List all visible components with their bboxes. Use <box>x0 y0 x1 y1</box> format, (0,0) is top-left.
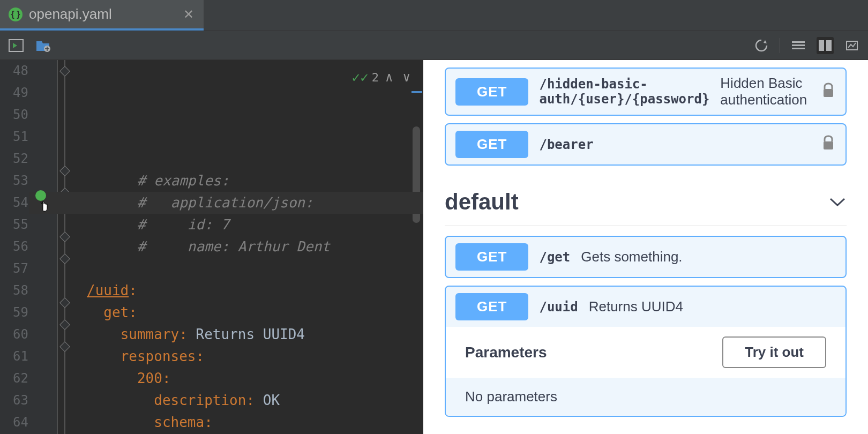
pointer-cursor-icon <box>40 198 51 212</box>
method-badge: GET <box>455 293 528 320</box>
line-number: 57 <box>0 258 57 280</box>
op-path: /hidden-basic-auth/{user}/{password} <box>539 77 709 107</box>
opblock[interactable]: GET/getGets something. <box>445 236 847 278</box>
line-number: 55 <box>0 214 57 236</box>
chevron-down-icon <box>828 193 847 211</box>
split-view-button[interactable] <box>817 37 834 54</box>
svg-rect-4 <box>792 48 805 49</box>
op-path: /get <box>539 250 570 265</box>
refresh-icon[interactable] <box>753 37 770 54</box>
opblock[interactable]: GET/hidden-basic-auth/{user}/{password}H… <box>445 68 847 116</box>
opblock-summary[interactable]: GET/hidden-basic-auth/{user}/{password}H… <box>446 69 845 115</box>
no-parameters-text: No parameters <box>446 378 845 416</box>
tag-section-header[interactable]: default <box>445 173 847 226</box>
code-line[interactable]: summary: Returns UUID4 <box>87 324 423 346</box>
editor-view-button[interactable] <box>790 37 807 54</box>
svg-rect-7 <box>824 89 833 97</box>
editor-gutter: 4849505152535455565758596061626364 <box>0 60 58 434</box>
svg-rect-8 <box>824 141 833 149</box>
code-line[interactable]: 200: <box>87 368 423 390</box>
preview-view-button[interactable] <box>843 37 860 54</box>
code-line[interactable]: # id: 7 <box>87 214 423 236</box>
line-number: 53 <box>0 170 57 192</box>
opblock-summary[interactable]: GET/uuidReturns UUID4 <box>446 287 845 327</box>
openapi-file-icon: { } <box>9 8 23 21</box>
tag-name: default <box>445 189 519 215</box>
parameters-bar: ParametersTry it out <box>446 327 845 378</box>
method-badge: GET <box>455 243 528 271</box>
line-number: 61 <box>0 346 57 368</box>
editor-tab[interactable]: { } openapi.yaml ✕ <box>0 0 204 31</box>
code-line[interactable]: responses: <box>87 346 423 368</box>
line-number: 51 <box>0 126 57 148</box>
line-number: 64 <box>0 411 57 433</box>
opblock-summary[interactable]: GET/bearer <box>446 124 845 164</box>
op-description: Hidden Basic authentication <box>720 75 810 108</box>
method-badge: GET <box>455 78 528 106</box>
op-path: /uuid <box>539 300 578 315</box>
parameters-label: Parameters <box>465 344 547 361</box>
tab-bar: { } openapi.yaml ✕ <box>0 0 868 31</box>
svg-rect-5 <box>819 40 824 51</box>
opblock-summary[interactable]: GET/getGets something. <box>446 237 845 277</box>
code-line[interactable]: # application/json: <box>87 192 423 214</box>
op-path: /bearer <box>539 137 593 152</box>
code-line[interactable]: get: <box>87 302 423 324</box>
swagger-preview: GET/hidden-basic-auth/{user}/{password}H… <box>423 60 868 434</box>
line-number: 50 <box>0 104 57 126</box>
generate-button[interactable] <box>34 37 51 54</box>
line-number: 63 <box>0 390 57 411</box>
try-it-out-button[interactable]: Try it out <box>722 336 826 368</box>
op-description: Gets something. <box>581 249 682 265</box>
code-editor[interactable]: 4849505152535455565758596061626364 ✓✓ 2 … <box>0 60 423 434</box>
op-description: Returns UUID4 <box>589 298 683 315</box>
line-number: 49 <box>0 82 57 104</box>
inspection-checks-icon: ✓✓ <box>352 66 369 88</box>
line-number: 56 <box>0 236 57 258</box>
chevron-down-icon[interactable]: ∨ <box>400 66 414 88</box>
code-line[interactable]: description: OK <box>87 390 423 411</box>
opblock[interactable]: GET/uuidReturns UUID4ParametersTry it ou… <box>445 286 847 417</box>
chevron-up-icon[interactable]: ∧ <box>382 66 396 88</box>
code-line[interactable]: # name: Arthur Dent <box>87 236 423 258</box>
opblock[interactable]: GET/bearer <box>445 123 847 166</box>
lock-icon[interactable] <box>821 82 836 102</box>
editor-toolbar <box>0 31 868 60</box>
scroll-marker <box>411 91 422 93</box>
line-number: 48 <box>0 60 57 82</box>
line-number: 59 <box>0 302 57 324</box>
svg-rect-2 <box>792 41 805 43</box>
close-tab-icon[interactable]: ✕ <box>183 7 194 22</box>
line-number: 62 <box>0 368 57 390</box>
code-line[interactable]: /uuid: <box>87 280 423 302</box>
line-number: 60 <box>0 324 57 346</box>
svg-rect-6 <box>826 40 832 51</box>
toolbar-divider <box>780 38 780 53</box>
inspection-count: 2 <box>372 66 379 88</box>
method-badge: GET <box>455 131 528 158</box>
run-panel-button[interactable] <box>8 37 25 54</box>
inspections-widget[interactable]: ✓✓ 2 ∧ ∨ <box>352 66 414 88</box>
code-line[interactable] <box>87 258 423 280</box>
line-number: 52 <box>0 148 57 170</box>
code-line[interactable]: # examples: <box>87 170 423 192</box>
tab-filename: openapi.yaml <box>29 6 112 23</box>
lock-icon[interactable] <box>821 134 836 154</box>
code-line[interactable]: schema: <box>87 411 423 433</box>
svg-rect-3 <box>792 44 805 46</box>
line-number: 58 <box>0 280 57 302</box>
